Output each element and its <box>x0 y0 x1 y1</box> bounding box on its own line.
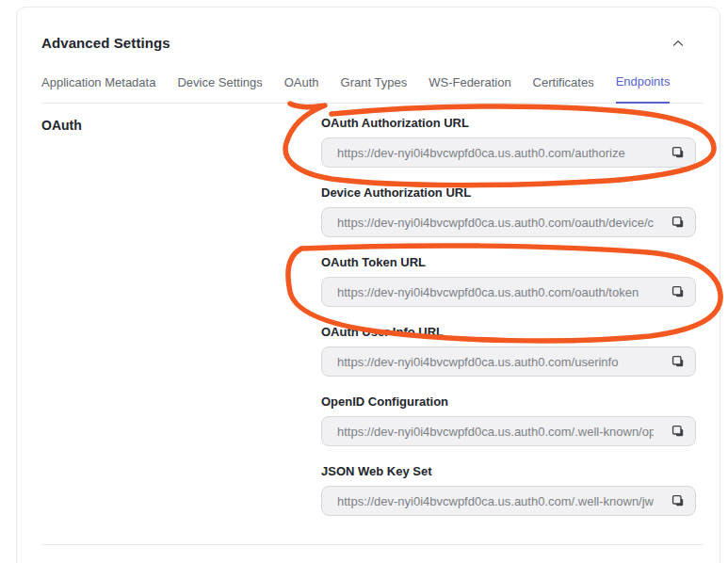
field-device-authorization-url: Device Authorization URL <box>321 185 696 237</box>
copy-icon <box>671 215 686 230</box>
field-label: Device Authorization URL <box>321 185 696 200</box>
field-json-web-key-set: JSON Web Key Set <box>321 464 696 516</box>
panel-header: Advanced Settings <box>17 8 720 51</box>
oauth-token-url-input[interactable] <box>321 277 696 307</box>
copy-icon <box>671 424 686 439</box>
bottom-divider <box>41 544 704 545</box>
copy-button[interactable] <box>665 210 691 234</box>
tab-ws-federation[interactable]: WS-Federation <box>429 75 510 103</box>
copy-icon <box>671 145 686 160</box>
json-web-key-set-input[interactable] <box>321 486 696 516</box>
copy-button[interactable] <box>665 280 691 304</box>
tab-certificates[interactable]: Certificates <box>533 75 594 103</box>
openid-configuration-input[interactable] <box>321 416 696 446</box>
panel-title: Advanced Settings <box>41 35 170 51</box>
field-label: OpenID Configuration <box>321 394 696 409</box>
url-input-group <box>321 207 696 237</box>
section-label-oauth: OAuth <box>41 116 321 534</box>
tab-oauth[interactable]: OAuth <box>284 75 319 103</box>
copy-button[interactable] <box>665 140 691 165</box>
url-input-group <box>321 137 696 168</box>
field-label: OAuth Authorization URL <box>321 116 696 130</box>
tab-bar: Application Metadata Device Settings OAu… <box>41 74 704 104</box>
advanced-settings-panel: Advanced Settings Application Metadata D… <box>16 7 720 563</box>
tab-grant-types[interactable]: Grant Types <box>341 75 408 103</box>
copy-icon <box>671 354 686 369</box>
tab-device-settings[interactable]: Device Settings <box>177 75 262 103</box>
field-openid-configuration: OpenID Configuration <box>321 394 696 446</box>
tab-application-metadata[interactable]: Application Metadata <box>41 75 155 103</box>
oauth-user-info-url-input[interactable] <box>321 346 696 377</box>
page: Advanced Settings Application Metadata D… <box>0 0 728 563</box>
copy-icon <box>671 493 686 508</box>
field-label: OAuth Token URL <box>321 255 696 269</box>
copy-button[interactable] <box>665 419 691 443</box>
field-oauth-authorization-url: OAuth Authorization URL <box>321 116 696 168</box>
tab-endpoints[interactable]: Endpoints <box>616 74 671 104</box>
endpoint-fields: OAuth Authorization URL Device Authoriza… <box>321 116 696 534</box>
copy-icon <box>671 284 686 299</box>
url-input-group <box>321 277 696 307</box>
url-input-group <box>321 346 696 377</box>
copy-button[interactable] <box>665 489 691 513</box>
field-oauth-user-info-url: OAuth User Info URL <box>321 325 696 377</box>
device-authorization-url-input[interactable] <box>321 207 696 237</box>
collapse-button[interactable] <box>671 38 686 49</box>
chevron-up-icon <box>672 40 684 47</box>
field-oauth-token-url: OAuth Token URL <box>321 255 696 307</box>
url-input-group <box>321 416 696 446</box>
field-label: JSON Web Key Set <box>321 464 696 478</box>
field-label: OAuth User Info URL <box>321 325 696 339</box>
url-input-group <box>321 486 696 516</box>
endpoints-content: OAuth OAuth Authorization URL <box>17 104 720 534</box>
oauth-authorization-url-input[interactable] <box>321 137 696 168</box>
copy-button[interactable] <box>665 349 691 374</box>
